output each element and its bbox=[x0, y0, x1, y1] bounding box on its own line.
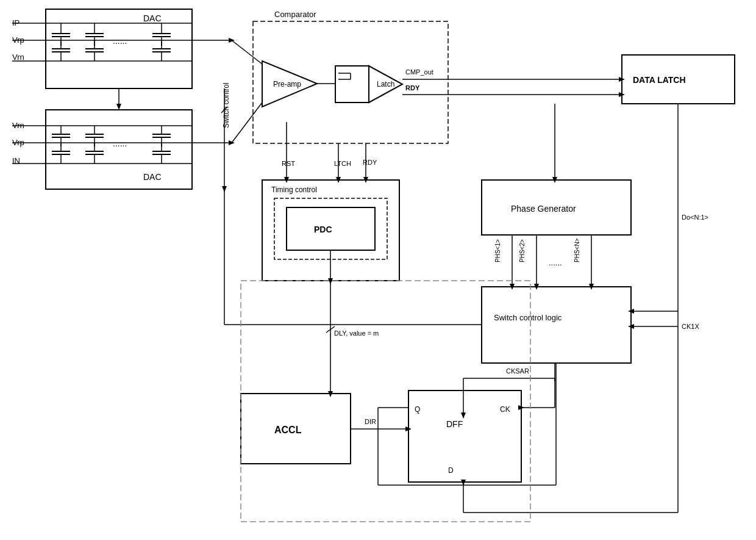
ck-label: CK bbox=[500, 405, 510, 414]
phs1-label: PHS<1> bbox=[494, 239, 501, 262]
switch-ctrl-label: Switch control logic bbox=[494, 313, 562, 322]
dots-bot: ...... bbox=[113, 139, 127, 148]
dac-top-label: DAC bbox=[143, 13, 162, 23]
dots-top: ...... bbox=[113, 36, 127, 46]
cksar-label: CKSAR bbox=[506, 367, 529, 375]
circuit-diagram: DAC IP Vrp Vrn ...... bbox=[0, 0, 756, 540]
dac-top-down-arrow bbox=[116, 104, 121, 110]
timing-control-outer-label: Timing control bbox=[271, 185, 317, 194]
comparator-label: Comparator bbox=[274, 10, 316, 19]
accl-label: ACCL bbox=[274, 425, 302, 435]
data-latch-label: DATA LATCH bbox=[633, 75, 686, 85]
switch-ctrl-block bbox=[482, 287, 631, 363]
ltch-label: LTCH bbox=[334, 160, 351, 167]
pdc-label: PDC bbox=[314, 225, 332, 234]
preamp-label: Pre-amp bbox=[273, 80, 301, 88]
q-label: Q bbox=[415, 405, 420, 414]
cksar-arrow bbox=[461, 412, 466, 419]
dir-label: DIR bbox=[365, 418, 376, 425]
rst-label: RST bbox=[282, 160, 295, 167]
svg-line-74 bbox=[232, 40, 262, 64]
dff-label: DFF bbox=[446, 419, 463, 429]
dff-block bbox=[408, 391, 521, 482]
dac-bot-label: DAC bbox=[143, 172, 162, 182]
do-label: Do<N:1> bbox=[682, 214, 708, 221]
rdy-label: RDY bbox=[405, 84, 420, 92]
phs2-label: PHS<2> bbox=[519, 239, 526, 262]
ck1x-label: CK1X bbox=[682, 323, 699, 330]
vrn-top-label: Vrn bbox=[12, 52, 24, 62]
cmp-out-label: CMP_out bbox=[405, 68, 433, 76]
svg-line-75 bbox=[232, 103, 262, 143]
dly-label: DLY, value = m bbox=[334, 329, 379, 337]
phs-dots: ...... bbox=[549, 258, 562, 267]
phase-gen-label: Phase Generator bbox=[511, 204, 576, 214]
latch-label: Latch bbox=[377, 80, 394, 88]
diagram-container: DAC IP Vrp Vrn ...... bbox=[0, 0, 756, 540]
rdy-down-label: RDY bbox=[363, 159, 377, 166]
dac-bot-block bbox=[46, 110, 192, 189]
switch-control-label: Switch control bbox=[222, 82, 230, 128]
latch-rect bbox=[335, 66, 369, 103]
d-label: D bbox=[448, 466, 454, 475]
phsn-label: PHS<N> bbox=[574, 238, 580, 262]
